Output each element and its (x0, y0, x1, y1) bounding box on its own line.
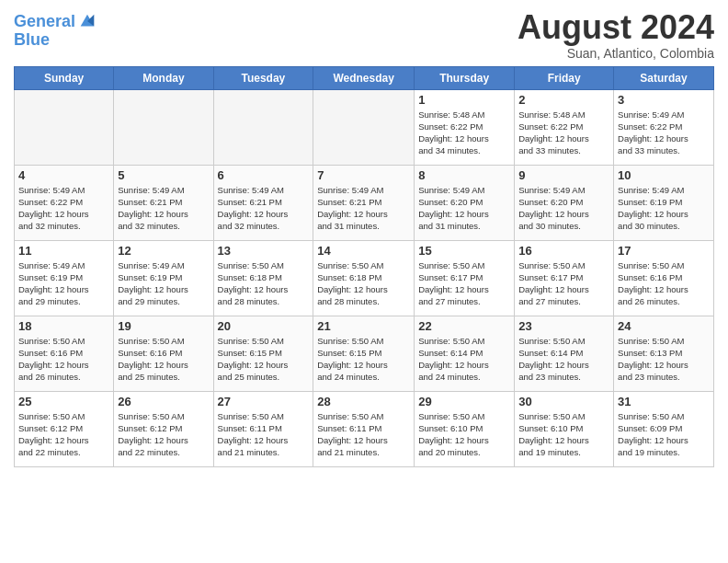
day-number: 10 (618, 168, 710, 182)
day-number: 19 (118, 319, 209, 333)
calendar-cell: 8Sunrise: 5:49 AM Sunset: 6:20 PM Daylig… (415, 165, 515, 240)
day-info: Sunrise: 5:49 AM Sunset: 6:21 PM Dayligh… (218, 184, 310, 233)
header: General Blue August 2024 Suan, Atlantico… (14, 9, 714, 61)
weekday-header: Sunday (15, 66, 114, 89)
day-info: Sunrise: 5:50 AM Sunset: 6:18 PM Dayligh… (218, 259, 310, 308)
day-number: 16 (518, 244, 609, 258)
calendar-cell: 13Sunrise: 5:50 AM Sunset: 6:18 PM Dayli… (213, 240, 313, 316)
title-block: August 2024 Suan, Atlantico, Colombia (518, 9, 714, 61)
calendar-cell: 11Sunrise: 5:49 AM Sunset: 6:19 PM Dayli… (15, 240, 114, 316)
location: Suan, Atlantico, Colombia (518, 46, 714, 61)
day-info: Sunrise: 5:50 AM Sunset: 6:18 PM Dayligh… (317, 259, 410, 308)
calendar-week-row: 11Sunrise: 5:49 AM Sunset: 6:19 PM Dayli… (15, 240, 714, 316)
calendar-cell: 22Sunrise: 5:50 AM Sunset: 6:14 PM Dayli… (415, 316, 515, 391)
calendar-cell: 7Sunrise: 5:49 AM Sunset: 6:21 PM Daylig… (313, 165, 415, 240)
day-number: 28 (317, 395, 410, 408)
weekday-header: Friday (515, 66, 614, 89)
calendar-cell: 17Sunrise: 5:50 AM Sunset: 6:16 PM Dayli… (614, 240, 714, 316)
month-year: August 2024 (518, 9, 714, 46)
day-info: Sunrise: 5:49 AM Sunset: 6:22 PM Dayligh… (18, 184, 109, 233)
day-info: Sunrise: 5:50 AM Sunset: 6:09 PM Dayligh… (618, 410, 710, 459)
day-number: 7 (317, 168, 410, 182)
day-info: Sunrise: 5:50 AM Sunset: 6:16 PM Dayligh… (618, 259, 710, 308)
day-number: 25 (18, 395, 109, 408)
day-number: 12 (118, 244, 209, 258)
day-info: Sunrise: 5:50 AM Sunset: 6:13 PM Dayligh… (618, 335, 710, 384)
day-number: 24 (618, 319, 710, 333)
day-info: Sunrise: 5:49 AM Sunset: 6:20 PM Dayligh… (518, 184, 609, 233)
day-number: 1 (418, 93, 510, 107)
day-number: 27 (218, 395, 310, 408)
day-info: Sunrise: 5:50 AM Sunset: 6:17 PM Dayligh… (418, 259, 510, 308)
day-info: Sunrise: 5:50 AM Sunset: 6:11 PM Dayligh… (317, 410, 410, 459)
day-info: Sunrise: 5:50 AM Sunset: 6:12 PM Dayligh… (18, 410, 109, 459)
day-number: 22 (418, 319, 510, 333)
day-number: 9 (518, 168, 609, 182)
day-number: 31 (618, 395, 710, 408)
calendar-cell: 18Sunrise: 5:50 AM Sunset: 6:16 PM Dayli… (15, 316, 114, 391)
day-info: Sunrise: 5:49 AM Sunset: 6:22 PM Dayligh… (618, 109, 710, 157)
calendar-cell (313, 89, 415, 165)
calendar-cell: 19Sunrise: 5:50 AM Sunset: 6:16 PM Dayli… (114, 316, 213, 391)
day-info: Sunrise: 5:50 AM Sunset: 6:10 PM Dayligh… (418, 410, 510, 459)
calendar-cell: 23Sunrise: 5:50 AM Sunset: 6:14 PM Dayli… (515, 316, 614, 391)
day-info: Sunrise: 5:49 AM Sunset: 6:21 PM Dayligh… (118, 184, 209, 233)
day-number: 13 (218, 244, 310, 258)
day-number: 5 (118, 168, 209, 182)
day-number: 29 (418, 395, 510, 408)
logo-icon (77, 11, 97, 31)
calendar-week-row: 1Sunrise: 5:48 AM Sunset: 6:22 PM Daylig… (15, 89, 714, 165)
day-info: Sunrise: 5:50 AM Sunset: 6:11 PM Dayligh… (218, 410, 310, 459)
weekday-header: Monday (114, 66, 213, 89)
day-info: Sunrise: 5:50 AM Sunset: 6:16 PM Dayligh… (118, 335, 209, 384)
day-info: Sunrise: 5:48 AM Sunset: 6:22 PM Dayligh… (418, 109, 510, 157)
day-info: Sunrise: 5:48 AM Sunset: 6:22 PM Dayligh… (518, 109, 609, 157)
weekday-header: Wednesday (313, 66, 415, 89)
day-number: 3 (618, 93, 710, 107)
calendar-table: SundayMondayTuesdayWednesdayThursdayFrid… (14, 66, 714, 467)
day-info: Sunrise: 5:50 AM Sunset: 6:12 PM Dayligh… (118, 410, 209, 459)
calendar-cell: 21Sunrise: 5:50 AM Sunset: 6:15 PM Dayli… (313, 316, 415, 391)
calendar-cell: 10Sunrise: 5:49 AM Sunset: 6:19 PM Dayli… (614, 165, 714, 240)
logo: General Blue (14, 13, 97, 50)
day-number: 2 (518, 93, 609, 107)
calendar-cell: 29Sunrise: 5:50 AM Sunset: 6:10 PM Dayli… (415, 391, 515, 466)
calendar-cell: 5Sunrise: 5:49 AM Sunset: 6:21 PM Daylig… (114, 165, 213, 240)
calendar-week-row: 4Sunrise: 5:49 AM Sunset: 6:22 PM Daylig… (15, 165, 714, 240)
calendar-week-row: 18Sunrise: 5:50 AM Sunset: 6:16 PM Dayli… (15, 316, 714, 391)
day-number: 26 (118, 395, 209, 408)
calendar-cell (114, 89, 213, 165)
calendar-cell: 1Sunrise: 5:48 AM Sunset: 6:22 PM Daylig… (415, 89, 515, 165)
calendar-cell: 12Sunrise: 5:49 AM Sunset: 6:19 PM Dayli… (114, 240, 213, 316)
weekday-header: Saturday (614, 66, 714, 89)
day-number: 8 (418, 168, 510, 182)
calendar-cell: 26Sunrise: 5:50 AM Sunset: 6:12 PM Dayli… (114, 391, 213, 466)
day-info: Sunrise: 5:50 AM Sunset: 6:17 PM Dayligh… (518, 259, 609, 308)
calendar-cell: 25Sunrise: 5:50 AM Sunset: 6:12 PM Dayli… (15, 391, 114, 466)
calendar-cell: 6Sunrise: 5:49 AM Sunset: 6:21 PM Daylig… (213, 165, 313, 240)
day-info: Sunrise: 5:50 AM Sunset: 6:14 PM Dayligh… (518, 335, 609, 384)
calendar-cell: 28Sunrise: 5:50 AM Sunset: 6:11 PM Dayli… (313, 391, 415, 466)
day-info: Sunrise: 5:49 AM Sunset: 6:19 PM Dayligh… (618, 184, 710, 233)
calendar-cell: 27Sunrise: 5:50 AM Sunset: 6:11 PM Dayli… (213, 391, 313, 466)
day-info: Sunrise: 5:49 AM Sunset: 6:21 PM Dayligh… (317, 184, 410, 233)
logo-text: General (14, 13, 75, 31)
day-info: Sunrise: 5:49 AM Sunset: 6:20 PM Dayligh… (418, 184, 510, 233)
calendar-cell: 4Sunrise: 5:49 AM Sunset: 6:22 PM Daylig… (15, 165, 114, 240)
day-number: 30 (518, 395, 609, 408)
calendar-cell: 9Sunrise: 5:49 AM Sunset: 6:20 PM Daylig… (515, 165, 614, 240)
page-container: General Blue August 2024 Suan, Atlantico… (0, 0, 728, 475)
calendar-cell (15, 89, 114, 165)
day-number: 4 (18, 168, 109, 182)
day-number: 20 (218, 319, 310, 333)
day-info: Sunrise: 5:50 AM Sunset: 6:14 PM Dayligh… (418, 335, 510, 384)
day-info: Sunrise: 5:49 AM Sunset: 6:19 PM Dayligh… (118, 259, 209, 308)
day-number: 17 (618, 244, 710, 258)
calendar-cell: 3Sunrise: 5:49 AM Sunset: 6:22 PM Daylig… (614, 89, 714, 165)
calendar-cell: 24Sunrise: 5:50 AM Sunset: 6:13 PM Dayli… (614, 316, 714, 391)
calendar-cell: 16Sunrise: 5:50 AM Sunset: 6:17 PM Dayli… (515, 240, 614, 316)
calendar-cell: 15Sunrise: 5:50 AM Sunset: 6:17 PM Dayli… (415, 240, 515, 316)
weekday-header: Tuesday (213, 66, 313, 89)
day-number: 6 (218, 168, 310, 182)
day-info: Sunrise: 5:49 AM Sunset: 6:19 PM Dayligh… (18, 259, 109, 308)
